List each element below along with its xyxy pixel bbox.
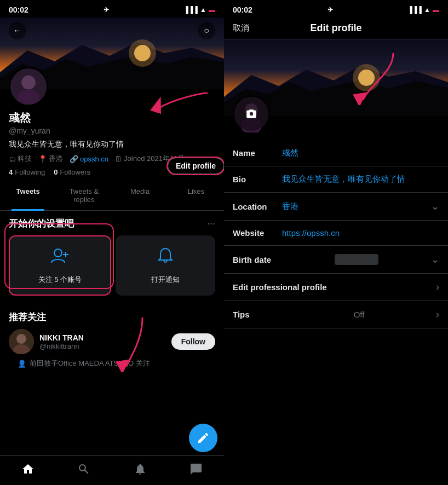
compose-fab[interactable] [189,424,217,452]
more-button[interactable]: ··· [207,218,215,229]
status-location-icon-right: ✈ [328,6,333,14]
field-name-label: Name [233,148,282,158]
suggestions-title: 开始你的设置吧 [9,217,74,230]
bottom-nav-left [0,455,224,485]
recommended-user-avatar [9,329,34,354]
svg-point-20 [353,64,380,91]
edit-avatar [233,95,270,132]
camera-overlay [234,97,268,131]
recommended-user-info: NIKKI TRAN @nikkittrann [39,333,166,350]
back-button[interactable]: ← [9,22,26,39]
bio: 我见众生皆无意，唯有见你动了情 [9,140,215,149]
suggestion-cards-row: 关注 5 个账号 打开通知 [9,235,215,296]
profile-section: Edit profile 彧然 @my_yuran 我见众生皆无意，唯有见你动了… [0,67,224,178]
wifi-icon-right: ▲ [424,6,430,14]
tips-chevron-icon: › [436,309,439,320]
camera-icon [245,107,258,120]
battery-icon-left: ▬ [209,6,215,14]
field-bio-value: 我见众生皆无意，唯有见你动了情 [282,174,439,184]
mutual-text: 前田敦子Office MAEDA ATSUKO 关注 [30,359,150,368]
add-person-icon [50,246,70,270]
field-professional-label: Edit professional profile [233,282,327,292]
professional-chevron-icon: › [436,281,439,293]
status-bar-right: 00:02 ✈ ▐▐▐ ▲ ▬ [224,0,448,18]
cancel-button[interactable]: 取消 [233,23,249,33]
field-tips[interactable]: Tips Off › [224,301,448,328]
meta-location: 📍 香港 [38,154,63,164]
cover-image-right [224,39,448,116]
profile-header-row: Edit profile [9,67,215,106]
suggestions-header: 开始你的设置吧 ··· [9,217,215,230]
followers-count: 0 [54,168,58,176]
search-icon: ○ [204,26,209,36]
nav-search[interactable] [73,458,95,483]
svg-point-6 [21,76,36,90]
profile-avatar [9,67,48,106]
field-birthdate-blurred [335,254,378,265]
recommended-section: 推荐关注 NIKKI TRAN @nikkittrann Follow 👤 前田… [0,304,224,373]
recommended-user-row: NIKKI TRAN @nikkittrann Follow [9,329,215,354]
field-location-value: 香港 [282,201,431,212]
field-professional-profile[interactable]: Edit professional profile › [224,274,448,301]
calendar-icon: 🗓 [115,155,122,163]
card-follow-label: 关注 5 个账号 [38,275,82,285]
field-website-value: https://opssh.cn [282,228,439,238]
top-nav-left: ← ○ [0,18,224,44]
tab-media[interactable]: Media [112,181,168,210]
follow-button[interactable]: Follow [171,333,215,350]
status-location-icon: ✈ [104,6,109,14]
profile-tabs: Tweets Tweets & replies Media Likes [0,181,224,211]
meta-website: 🔗 opssh.cn [70,154,108,164]
field-website[interactable]: Website https://opssh.cn [224,221,448,246]
suggestions-section: 开始你的设置吧 ··· 关注 5 个账号 [0,211,224,304]
svg-point-12 [16,334,26,344]
field-tips-label: Tips [233,310,282,319]
mutual-row: 👤 前田敦子Office MAEDA ATSUKO 关注 [9,359,215,368]
bell-icon [156,246,175,270]
tab-likes[interactable]: Likes [168,181,224,210]
tab-tweets[interactable]: Tweets [0,181,56,210]
category-icon: 🗂 [9,155,16,163]
edit-fields: Name 彧然 Bio 我见众生皆无意，唯有见你动了情 Location 香港 … [224,116,448,485]
edit-avatar-area[interactable] [233,95,270,132]
signal-icon-right: ▐▐▐ [408,6,422,14]
followers-label: Followers [60,168,90,176]
left-panel: 00:02 ✈ ▐▐▐ ▲ ▬ [0,0,224,485]
following-stat[interactable]: 4 Following [9,168,45,176]
status-icons-right: ▐▐▐ ▲ ▬ [408,6,439,14]
field-website-label: Website [233,228,282,238]
field-location-label: Location [233,202,282,211]
field-name-value: 彧然 [282,148,439,158]
battery-icon-right: ▬ [433,6,439,14]
right-panel: 00:02 ✈ ▐▐▐ ▲ ▬ 取消 Edit profile [224,0,448,485]
location-icon: 📍 [38,155,47,163]
avatar-svg [10,67,47,106]
svg-point-8 [54,249,62,257]
meta-category: 🗂 科技 [9,154,32,164]
following-label: Following [15,168,45,176]
field-bio[interactable]: Bio 我见众生皆无意，唯有见你动了情 [224,166,448,193]
field-location[interactable]: Location 香港 ⌄ [224,193,448,221]
compose-icon [197,431,210,444]
wifi-icon-left: ▲ [200,6,206,14]
edit-header: 取消 Edit profile [224,18,448,39]
suggestion-card-notifications[interactable]: 打开通知 [116,235,216,296]
tab-tweets-replies[interactable]: Tweets & replies [56,181,112,210]
edit-profile-button[interactable]: Edit profile [168,158,224,174]
status-icons-left: ▐▐▐ ▲ ▬ [184,6,215,14]
search-button[interactable]: ○ [198,22,215,39]
field-birthdate[interactable]: Birth date ⌄ [224,246,448,274]
nav-notifications[interactable] [129,458,151,483]
nav-home[interactable] [17,458,39,483]
field-name[interactable]: Name 彧然 [224,140,448,166]
display-name: 彧然 [9,111,215,125]
website-link[interactable]: opssh.cn [80,155,108,163]
field-bio-label: Bio [233,175,282,184]
nav-messages[interactable] [185,458,207,483]
suggestion-card-follow[interactable]: 关注 5 个账号 [9,235,111,296]
username: @my_yuran [9,126,215,135]
location-chevron-icon: ⌄ [431,200,439,212]
avatar-image [10,68,47,105]
tips-off-value: Off [354,310,365,319]
followers-stat[interactable]: 0 Followers [54,168,90,176]
